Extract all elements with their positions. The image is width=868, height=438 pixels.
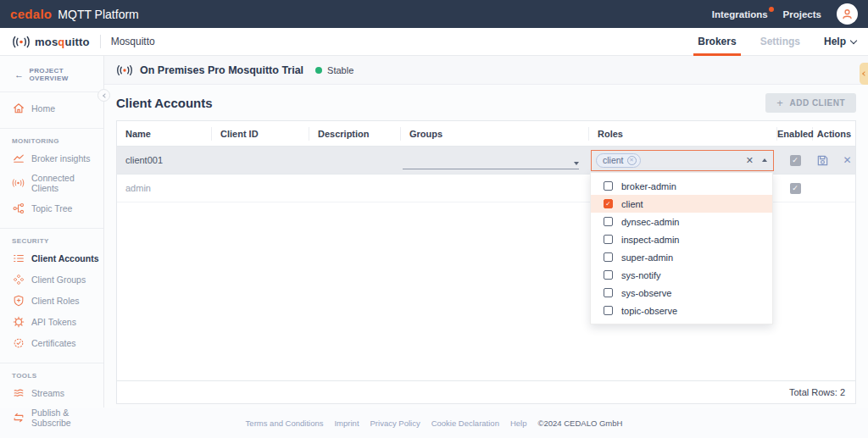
list-icon <box>12 252 25 264</box>
panel-collapse-handle[interactable] <box>860 63 868 85</box>
dropdown-option-broker-admin[interactable]: broker-admin <box>591 177 772 195</box>
dropdown-option-topic-observe[interactable]: topic-observe <box>591 302 772 319</box>
cancel-icon[interactable]: ✕ <box>843 154 851 166</box>
sidebar-item-certificates[interactable]: Certificates <box>0 332 103 353</box>
broker-navbar: mosquitto Mosquitto Brokers Settings Hel… <box>0 28 868 56</box>
total-rows-label: Total Rows: 2 <box>789 387 845 397</box>
section-label-monitoring: MONITORING <box>0 134 103 147</box>
sidebar-item-streams[interactable]: Streams <box>0 382 103 403</box>
column-header-client-id[interactable]: Client ID <box>212 127 309 141</box>
sidebar-item-client-groups[interactable]: Client Groups <box>0 269 103 290</box>
page-title: Client Accounts <box>116 96 213 110</box>
signal-icon <box>12 177 25 190</box>
footer-link-terms[interactable]: Terms and Conditions <box>246 419 324 428</box>
dropdown-option-sys-observe[interactable]: sys-observe <box>591 284 772 302</box>
column-header-actions[interactable]: Actions <box>813 127 855 141</box>
divider <box>0 228 103 229</box>
table-header-row: Name Client ID Description Groups Roles … <box>117 121 855 147</box>
chevron-up-icon[interactable] <box>762 158 767 162</box>
breadcrumb: Mosquitto <box>111 36 155 47</box>
mosquitto-logo[interactable]: mosquitto <box>12 36 90 48</box>
tab-help[interactable]: Help <box>824 28 856 56</box>
checkbox[interactable] <box>604 235 613 244</box>
section-label-tools: TOOLS <box>0 369 103 382</box>
cedalo-logo: cedalo <box>10 7 52 21</box>
mosquitto-logo-text: mosquitto <box>35 36 90 48</box>
divider <box>0 363 103 363</box>
tab-settings[interactable]: Settings <box>760 28 800 56</box>
chevron-left-icon <box>862 71 867 76</box>
broker-signal-icon <box>116 64 133 76</box>
sidebar-item-client-accounts[interactable]: Client Accounts <box>0 247 103 269</box>
enabled-checkbox[interactable]: ✓ <box>790 183 801 194</box>
dropdown-option-super-admin[interactable]: super-admin <box>591 248 772 266</box>
cell-enabled: ✓ <box>777 155 813 166</box>
dropdown-option-client[interactable]: ✓ client <box>591 195 772 213</box>
home-icon <box>12 102 25 114</box>
column-header-groups[interactable]: Groups <box>401 127 589 141</box>
table-row[interactable]: client001 client ✕ ✕ <box>117 147 855 175</box>
certificate-icon <box>12 336 25 349</box>
sidebar-item-topic-tree[interactable]: Topic Tree <box>0 197 103 219</box>
groups-select[interactable] <box>403 152 579 169</box>
section-label-security: SECURITY <box>0 234 103 247</box>
project-overview-link[interactable]: ← PROJECT OVERVIEW <box>0 67 103 82</box>
column-header-roles[interactable]: Roles <box>589 127 777 141</box>
dropdown-option-sys-notify[interactable]: sys-notify <box>591 266 772 284</box>
dropdown-option-dynsec-admin[interactable]: dynsec-admin <box>591 213 772 230</box>
checkbox[interactable] <box>604 217 613 226</box>
user-avatar[interactable] <box>837 3 858 25</box>
footer-link-cookie[interactable]: Cookie Declaration <box>431 419 499 428</box>
column-header-description[interactable]: Description <box>309 127 401 141</box>
cell-enabled: ✓ <box>777 183 813 194</box>
checkbox[interactable] <box>604 270 613 280</box>
integrations-link[interactable]: Integrations <box>712 9 768 19</box>
checkbox[interactable] <box>604 288 613 297</box>
checkbox[interactable] <box>604 306 613 315</box>
column-header-name[interactable]: Name <box>117 127 212 141</box>
tab-brokers[interactable]: Brokers <box>698 28 736 56</box>
footer: Terms and Conditions Imprint Privacy Pol… <box>0 408 868 438</box>
enabled-checkbox[interactable]: ✓ <box>790 155 801 166</box>
checkbox[interactable] <box>604 252 613 262</box>
checkbox-checked[interactable]: ✓ <box>604 199 613 208</box>
cell-name: client001 <box>117 155 212 165</box>
role-chip: client ✕ <box>596 153 641 168</box>
broker-header: On Premises Pro Mosquitto Trial Stable <box>104 56 868 85</box>
sidebar-item-api-tokens[interactable]: API Tokens <box>0 311 103 332</box>
clear-roles-icon[interactable]: ✕ <box>746 155 754 166</box>
back-arrow-icon: ← <box>14 69 24 80</box>
plus-icon: + <box>776 100 783 107</box>
chip-remove-icon[interactable]: ✕ <box>627 156 637 165</box>
sidebar-item-home[interactable]: Home <box>0 97 103 119</box>
shield-icon <box>12 294 25 307</box>
sidebar-item-connected-clients[interactable]: Connected Clients <box>0 169 103 197</box>
footer-link-imprint[interactable]: Imprint <box>334 419 359 428</box>
sidebar-item-publish-subscribe[interactable]: Publish & Subscribe <box>0 403 103 432</box>
roles-input[interactable]: client ✕ ✕ <box>591 150 774 171</box>
notification-dot <box>769 7 774 12</box>
content-area: On Premises Pro Mosquitto Trial Stable C… <box>104 56 868 408</box>
total-rows-bar: Total Rows: 2 <box>117 380 855 403</box>
footer-link-privacy[interactable]: Privacy Policy <box>370 419 420 428</box>
sidebar-item-broker-insights[interactable]: Broker insights <box>0 147 103 169</box>
divider <box>0 91 103 92</box>
dropdown-option-inspect-admin[interactable]: inspect-admin <box>591 230 772 248</box>
cell-roles: client ✕ ✕ <box>589 150 777 171</box>
chevron-down-icon <box>850 36 857 43</box>
roles-dropdown: broker-admin ✓ client dynsec-admin inspe… <box>590 172 773 324</box>
divider <box>0 128 103 129</box>
sidebar-item-client-roles[interactable]: Client Roles <box>0 290 103 311</box>
checkbox[interactable] <box>604 181 613 191</box>
client-accounts-table: Name Client ID Description Groups Roles … <box>116 120 856 404</box>
groups-icon <box>12 273 25 286</box>
broker-name: On Premises Pro Mosquitto Trial <box>140 64 303 76</box>
save-icon[interactable] <box>816 154 829 167</box>
projects-link[interactable]: Projects <box>783 9 821 19</box>
sidebar-collapse-button[interactable] <box>97 89 110 102</box>
mosquitto-signal-icon <box>12 36 31 48</box>
footer-link-help[interactable]: Help <box>510 419 527 428</box>
add-client-button[interactable]: + ADD CLIENT <box>765 93 856 113</box>
app-header: cedalo MQTT Platform Integrations Projec… <box>0 0 868 28</box>
column-header-enabled[interactable]: Enabled <box>777 127 813 141</box>
